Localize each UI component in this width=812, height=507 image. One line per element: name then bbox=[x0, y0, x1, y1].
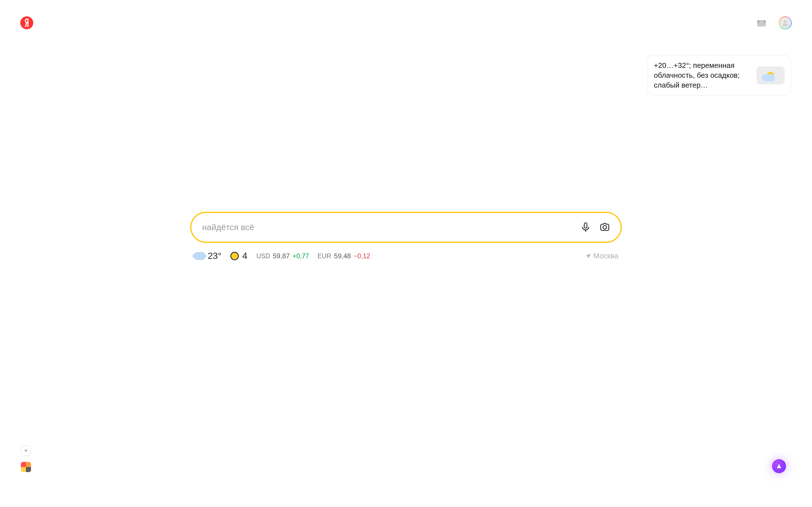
rate-value: 59,87 bbox=[273, 252, 290, 260]
traffic-widget[interactable]: 4 bbox=[231, 251, 247, 261]
cloud-icon bbox=[194, 252, 206, 260]
weather-widget[interactable]: 23° bbox=[194, 251, 221, 261]
plus-icon: + bbox=[24, 447, 28, 454]
location-arrow-icon bbox=[585, 253, 591, 259]
weather-partly-cloudy-icon bbox=[756, 66, 784, 84]
temperature-value: 23° bbox=[208, 251, 221, 261]
alice-icon bbox=[776, 463, 782, 469]
currency-rates: USD 59,87 +0,77 EUR 59,48 −0,12 bbox=[256, 252, 370, 260]
image-search-icon[interactable] bbox=[599, 222, 610, 233]
yandex-logo[interactable] bbox=[20, 16, 33, 29]
profile-avatar[interactable] bbox=[779, 16, 792, 29]
rate-usd[interactable]: USD 59,87 +0,77 bbox=[256, 252, 309, 260]
rate-code: USD bbox=[256, 252, 270, 260]
weather-forecast-popup[interactable]: +20…+32°; переменная облачность, без оса… bbox=[647, 55, 791, 96]
traffic-score: 4 bbox=[242, 251, 247, 261]
svg-point-0 bbox=[784, 20, 786, 23]
alice-assistant-button[interactable] bbox=[772, 459, 786, 473]
rate-delta: +0,77 bbox=[293, 252, 309, 260]
location-name: Москва bbox=[593, 251, 618, 260]
rate-delta: −0,12 bbox=[354, 252, 370, 260]
search-input[interactable] bbox=[202, 222, 580, 232]
apps-launcher-button[interactable] bbox=[21, 462, 31, 472]
voice-search-icon[interactable] bbox=[580, 222, 591, 233]
rate-code: EUR bbox=[317, 252, 331, 260]
traffic-icon bbox=[231, 252, 239, 260]
top-bar bbox=[0, 0, 812, 31]
search-pill bbox=[190, 212, 622, 243]
location-link[interactable]: Москва bbox=[585, 251, 618, 260]
rate-value: 59,48 bbox=[334, 252, 351, 260]
svg-point-3 bbox=[603, 226, 607, 229]
mail-icon[interactable] bbox=[757, 20, 766, 26]
search-block: 23° 4 USD 59,87 +0,77 EUR 59,48 −0,12 bbox=[190, 212, 622, 261]
svg-rect-1 bbox=[584, 223, 587, 228]
add-widget-button[interactable]: + bbox=[21, 446, 31, 456]
info-bar: 23° 4 USD 59,87 +0,77 EUR 59,48 −0,12 bbox=[190, 251, 622, 261]
rate-eur[interactable]: EUR 59,48 −0,12 bbox=[317, 252, 370, 260]
weather-forecast-text: +20…+32°; переменная облачность, без оса… bbox=[654, 61, 752, 90]
